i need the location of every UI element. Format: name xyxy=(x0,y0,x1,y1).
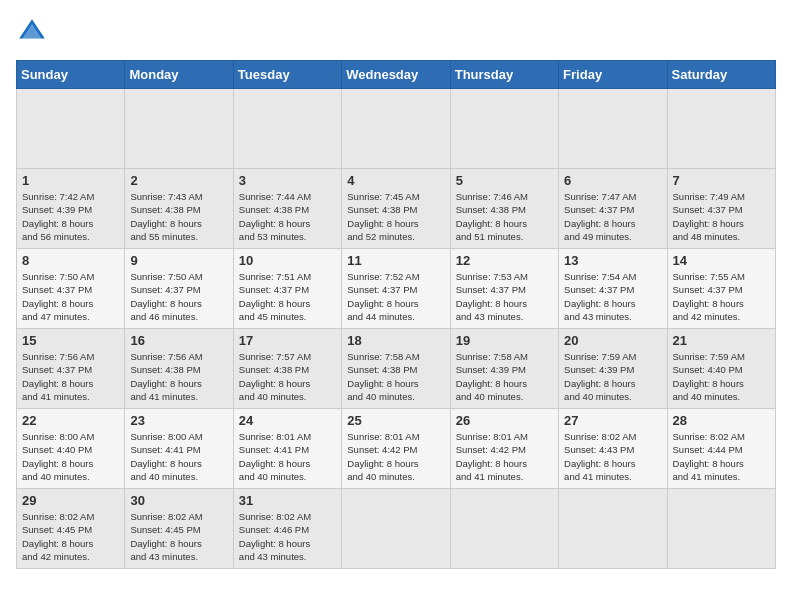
cell-content: Sunrise: 7:54 AM Sunset: 4:37 PM Dayligh… xyxy=(564,270,661,323)
logo-icon xyxy=(16,16,48,48)
cell-content: Sunrise: 8:01 AM Sunset: 4:42 PM Dayligh… xyxy=(456,430,553,483)
calendar-cell: 25Sunrise: 8:01 AM Sunset: 4:42 PM Dayli… xyxy=(342,409,450,489)
calendar-cell: 20Sunrise: 7:59 AM Sunset: 4:39 PM Dayli… xyxy=(559,329,667,409)
cell-content: Sunrise: 8:02 AM Sunset: 4:46 PM Dayligh… xyxy=(239,510,336,563)
calendar-cell: 10Sunrise: 7:51 AM Sunset: 4:37 PM Dayli… xyxy=(233,249,341,329)
cell-content: Sunrise: 7:45 AM Sunset: 4:38 PM Dayligh… xyxy=(347,190,444,243)
cell-content: Sunrise: 7:47 AM Sunset: 4:37 PM Dayligh… xyxy=(564,190,661,243)
day-number: 7 xyxy=(673,173,770,188)
calendar-cell: 13Sunrise: 7:54 AM Sunset: 4:37 PM Dayli… xyxy=(559,249,667,329)
day-number: 4 xyxy=(347,173,444,188)
cell-content: Sunrise: 7:57 AM Sunset: 4:38 PM Dayligh… xyxy=(239,350,336,403)
calendar-cell: 1Sunrise: 7:42 AM Sunset: 4:39 PM Daylig… xyxy=(17,169,125,249)
calendar-cell xyxy=(125,89,233,169)
calendar-cell: 11Sunrise: 7:52 AM Sunset: 4:37 PM Dayli… xyxy=(342,249,450,329)
calendar-cell xyxy=(559,489,667,569)
calendar-cell: 17Sunrise: 7:57 AM Sunset: 4:38 PM Dayli… xyxy=(233,329,341,409)
calendar-week-5: 29Sunrise: 8:02 AM Sunset: 4:45 PM Dayli… xyxy=(17,489,776,569)
cell-content: Sunrise: 7:42 AM Sunset: 4:39 PM Dayligh… xyxy=(22,190,119,243)
day-number: 6 xyxy=(564,173,661,188)
cell-content: Sunrise: 7:44 AM Sunset: 4:38 PM Dayligh… xyxy=(239,190,336,243)
calendar-cell xyxy=(17,89,125,169)
day-number: 24 xyxy=(239,413,336,428)
day-number: 9 xyxy=(130,253,227,268)
day-number: 20 xyxy=(564,333,661,348)
cell-content: Sunrise: 8:02 AM Sunset: 4:45 PM Dayligh… xyxy=(22,510,119,563)
day-number: 25 xyxy=(347,413,444,428)
day-number: 27 xyxy=(564,413,661,428)
calendar-cell: 5Sunrise: 7:46 AM Sunset: 4:38 PM Daylig… xyxy=(450,169,558,249)
day-number: 1 xyxy=(22,173,119,188)
cell-content: Sunrise: 7:53 AM Sunset: 4:37 PM Dayligh… xyxy=(456,270,553,323)
calendar-cell: 7Sunrise: 7:49 AM Sunset: 4:37 PM Daylig… xyxy=(667,169,775,249)
day-number: 21 xyxy=(673,333,770,348)
cell-content: Sunrise: 8:02 AM Sunset: 4:45 PM Dayligh… xyxy=(130,510,227,563)
calendar-cell: 31Sunrise: 8:02 AM Sunset: 4:46 PM Dayli… xyxy=(233,489,341,569)
cell-content: Sunrise: 7:56 AM Sunset: 4:38 PM Dayligh… xyxy=(130,350,227,403)
calendar-cell: 27Sunrise: 8:02 AM Sunset: 4:43 PM Dayli… xyxy=(559,409,667,489)
header-tuesday: Tuesday xyxy=(233,61,341,89)
day-number: 22 xyxy=(22,413,119,428)
calendar-week-2: 8Sunrise: 7:50 AM Sunset: 4:37 PM Daylig… xyxy=(17,249,776,329)
page-header xyxy=(16,16,776,48)
header-row: SundayMondayTuesdayWednesdayThursdayFrid… xyxy=(17,61,776,89)
header-monday: Monday xyxy=(125,61,233,89)
calendar-cell: 22Sunrise: 8:00 AM Sunset: 4:40 PM Dayli… xyxy=(17,409,125,489)
cell-content: Sunrise: 7:49 AM Sunset: 4:37 PM Dayligh… xyxy=(673,190,770,243)
cell-content: Sunrise: 8:02 AM Sunset: 4:44 PM Dayligh… xyxy=(673,430,770,483)
calendar-week-1: 1Sunrise: 7:42 AM Sunset: 4:39 PM Daylig… xyxy=(17,169,776,249)
cell-content: Sunrise: 8:00 AM Sunset: 4:41 PM Dayligh… xyxy=(130,430,227,483)
calendar-cell: 30Sunrise: 8:02 AM Sunset: 4:45 PM Dayli… xyxy=(125,489,233,569)
day-number: 2 xyxy=(130,173,227,188)
calendar-cell: 28Sunrise: 8:02 AM Sunset: 4:44 PM Dayli… xyxy=(667,409,775,489)
day-number: 16 xyxy=(130,333,227,348)
day-number: 5 xyxy=(456,173,553,188)
cell-content: Sunrise: 7:59 AM Sunset: 4:40 PM Dayligh… xyxy=(673,350,770,403)
calendar-cell: 19Sunrise: 7:58 AM Sunset: 4:39 PM Dayli… xyxy=(450,329,558,409)
day-number: 10 xyxy=(239,253,336,268)
calendar-cell xyxy=(667,89,775,169)
calendar-cell: 3Sunrise: 7:44 AM Sunset: 4:38 PM Daylig… xyxy=(233,169,341,249)
calendar-cell: 9Sunrise: 7:50 AM Sunset: 4:37 PM Daylig… xyxy=(125,249,233,329)
calendar-cell xyxy=(450,489,558,569)
cell-content: Sunrise: 7:51 AM Sunset: 4:37 PM Dayligh… xyxy=(239,270,336,323)
day-number: 28 xyxy=(673,413,770,428)
cell-content: Sunrise: 8:00 AM Sunset: 4:40 PM Dayligh… xyxy=(22,430,119,483)
cell-content: Sunrise: 8:01 AM Sunset: 4:42 PM Dayligh… xyxy=(347,430,444,483)
cell-content: Sunrise: 7:46 AM Sunset: 4:38 PM Dayligh… xyxy=(456,190,553,243)
calendar-cell: 24Sunrise: 8:01 AM Sunset: 4:41 PM Dayli… xyxy=(233,409,341,489)
day-number: 31 xyxy=(239,493,336,508)
day-number: 18 xyxy=(347,333,444,348)
cell-content: Sunrise: 7:56 AM Sunset: 4:37 PM Dayligh… xyxy=(22,350,119,403)
calendar-cell: 14Sunrise: 7:55 AM Sunset: 4:37 PM Dayli… xyxy=(667,249,775,329)
calendar-cell xyxy=(233,89,341,169)
header-friday: Friday xyxy=(559,61,667,89)
day-number: 12 xyxy=(456,253,553,268)
calendar-cell: 15Sunrise: 7:56 AM Sunset: 4:37 PM Dayli… xyxy=(17,329,125,409)
calendar-cell: 2Sunrise: 7:43 AM Sunset: 4:38 PM Daylig… xyxy=(125,169,233,249)
calendar-cell: 6Sunrise: 7:47 AM Sunset: 4:37 PM Daylig… xyxy=(559,169,667,249)
calendar-week-0 xyxy=(17,89,776,169)
cell-content: Sunrise: 7:50 AM Sunset: 4:37 PM Dayligh… xyxy=(130,270,227,323)
calendar-cell xyxy=(450,89,558,169)
day-number: 29 xyxy=(22,493,119,508)
header-sunday: Sunday xyxy=(17,61,125,89)
cell-content: Sunrise: 7:59 AM Sunset: 4:39 PM Dayligh… xyxy=(564,350,661,403)
calendar-cell: 12Sunrise: 7:53 AM Sunset: 4:37 PM Dayli… xyxy=(450,249,558,329)
calendar-cell xyxy=(667,489,775,569)
day-number: 26 xyxy=(456,413,553,428)
calendar-cell: 18Sunrise: 7:58 AM Sunset: 4:38 PM Dayli… xyxy=(342,329,450,409)
cell-content: Sunrise: 7:58 AM Sunset: 4:38 PM Dayligh… xyxy=(347,350,444,403)
day-number: 17 xyxy=(239,333,336,348)
logo xyxy=(16,16,52,48)
calendar-cell: 16Sunrise: 7:56 AM Sunset: 4:38 PM Dayli… xyxy=(125,329,233,409)
cell-content: Sunrise: 8:02 AM Sunset: 4:43 PM Dayligh… xyxy=(564,430,661,483)
day-number: 8 xyxy=(22,253,119,268)
day-number: 11 xyxy=(347,253,444,268)
day-number: 19 xyxy=(456,333,553,348)
calendar-cell: 4Sunrise: 7:45 AM Sunset: 4:38 PM Daylig… xyxy=(342,169,450,249)
day-number: 13 xyxy=(564,253,661,268)
calendar-cell: 29Sunrise: 8:02 AM Sunset: 4:45 PM Dayli… xyxy=(17,489,125,569)
calendar-table: SundayMondayTuesdayWednesdayThursdayFrid… xyxy=(16,60,776,569)
calendar-cell: 23Sunrise: 8:00 AM Sunset: 4:41 PM Dayli… xyxy=(125,409,233,489)
